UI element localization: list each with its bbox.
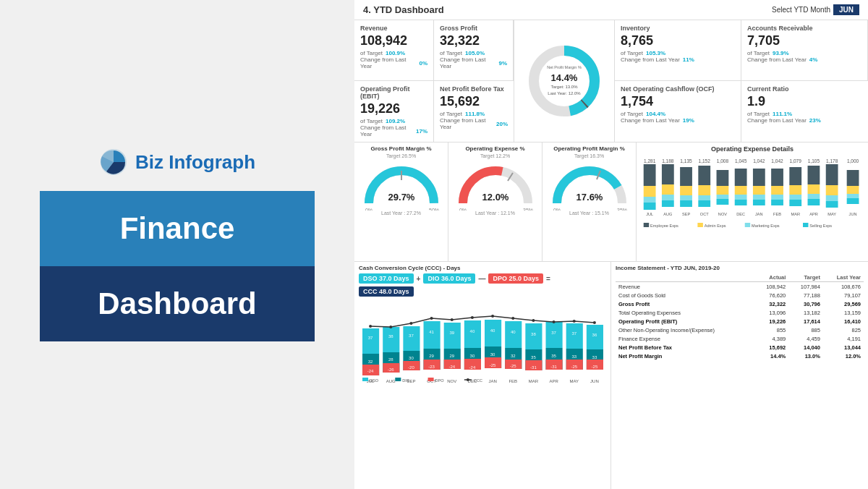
svg-text:AUG: AUG bbox=[386, 379, 396, 383]
svg-rect-65 bbox=[771, 195, 783, 200]
svg-text:Selling Exps: Selling Exps bbox=[809, 224, 832, 228]
svg-rect-82 bbox=[826, 185, 838, 195]
svg-text:33: 33 bbox=[592, 355, 597, 360]
svg-point-194 bbox=[553, 320, 556, 323]
svg-text:29: 29 bbox=[429, 354, 434, 358]
svg-rect-96 bbox=[745, 223, 750, 227]
ytd-selector: Select YTD Month JUN bbox=[772, 4, 859, 15]
svg-text:JAN: JAN bbox=[755, 212, 763, 216]
svg-rect-41 bbox=[698, 195, 710, 200]
finance-box: Finance bbox=[40, 191, 315, 266]
svg-rect-199 bbox=[395, 378, 401, 381]
svg-text:-25: -25 bbox=[592, 365, 598, 369]
svg-text:-23: -23 bbox=[428, 365, 435, 369]
svg-rect-53 bbox=[735, 195, 747, 200]
svg-text:-24: -24 bbox=[367, 369, 374, 373]
svg-rect-27 bbox=[662, 164, 674, 184]
svg-text:-25: -25 bbox=[510, 364, 516, 368]
svg-text:30: 30 bbox=[409, 356, 414, 360]
svg-rect-46 bbox=[717, 186, 729, 195]
svg-rect-33 bbox=[680, 167, 692, 186]
svg-text:-25: -25 bbox=[571, 365, 577, 369]
svg-text:NOV: NOV bbox=[718, 212, 727, 216]
svg-text:-24: -24 bbox=[469, 365, 476, 370]
kpi-net-profit: Net Profit Before Tax 15,692 of Target 1… bbox=[434, 81, 514, 142]
svg-rect-76 bbox=[808, 184, 820, 194]
svg-rect-157 bbox=[525, 323, 542, 349]
svg-rect-45 bbox=[717, 170, 729, 186]
svg-rect-77 bbox=[808, 194, 820, 199]
svg-text:29.7%: 29.7% bbox=[388, 192, 414, 203]
svg-text:OCT: OCT bbox=[700, 212, 709, 216]
svg-rect-115 bbox=[403, 326, 420, 351]
dashboard-box: Dashboard bbox=[40, 266, 315, 341]
svg-rect-47 bbox=[717, 195, 729, 199]
kpi-gross-profit: Gross Profit 32,322 of Target 105.0% Cha… bbox=[434, 20, 514, 81]
dashboard-title: 4. YTD Dashboard bbox=[363, 4, 444, 15]
svg-text:1,188: 1,188 bbox=[662, 158, 674, 163]
svg-text:0%: 0% bbox=[553, 208, 560, 211]
svg-rect-150 bbox=[505, 321, 522, 348]
svg-rect-71 bbox=[789, 195, 801, 200]
svg-text:MAR: MAR bbox=[791, 212, 800, 216]
logo-text: Biz Infograph bbox=[135, 151, 255, 174]
svg-rect-81 bbox=[826, 164, 838, 185]
svg-text:-31: -31 bbox=[530, 365, 537, 370]
svg-text:32: 32 bbox=[511, 354, 516, 358]
svg-text:-26: -26 bbox=[388, 367, 394, 372]
svg-text:35: 35 bbox=[531, 355, 536, 360]
bottom-row: Cash Conversion Cycle (CCC) - Days DSO 3… bbox=[354, 262, 868, 489]
svg-text:DIO: DIO bbox=[402, 378, 410, 383]
svg-rect-108 bbox=[383, 327, 399, 352]
svg-text:37: 37 bbox=[409, 333, 414, 338]
ccc-section: Cash Conversion Cycle (CCC) - Days DSO 3… bbox=[354, 262, 611, 489]
svg-rect-29 bbox=[662, 195, 674, 200]
svg-rect-21 bbox=[644, 164, 656, 186]
svg-rect-178 bbox=[587, 325, 603, 349]
svg-text:32: 32 bbox=[368, 360, 373, 364]
svg-text:50%: 50% bbox=[428, 208, 438, 211]
svg-text:1,281: 1,281 bbox=[644, 158, 656, 163]
svg-text:33: 33 bbox=[571, 354, 576, 359]
svg-rect-40 bbox=[698, 185, 710, 195]
svg-point-192 bbox=[511, 317, 514, 320]
svg-rect-59 bbox=[753, 195, 765, 200]
left-panel: Biz Infograph Finance Dashboard bbox=[0, 0, 354, 489]
svg-text:Last Year: 12.0%: Last Year: 12.0% bbox=[548, 91, 581, 95]
svg-rect-88 bbox=[847, 186, 859, 194]
svg-rect-35 bbox=[680, 195, 692, 200]
svg-text:SEP: SEP bbox=[682, 212, 690, 216]
svg-rect-57 bbox=[753, 169, 765, 186]
svg-text:-20: -20 bbox=[408, 365, 414, 370]
income-statement-section: Income Statement - YTD JUN, 2019-20 Actu… bbox=[611, 262, 868, 489]
svg-text:38: 38 bbox=[531, 332, 536, 336]
svg-text:MAR: MAR bbox=[529, 379, 539, 383]
svg-point-189 bbox=[451, 318, 454, 321]
svg-text:38: 38 bbox=[388, 334, 393, 339]
svg-text:14.4%: 14.4% bbox=[551, 72, 578, 83]
svg-rect-171 bbox=[566, 323, 583, 349]
ccc-bar-chart: 37 32 -24 JUL 38 28 -26 AUG 37 30 -20 bbox=[359, 299, 606, 386]
svg-text:FEB: FEB bbox=[773, 212, 781, 216]
svg-text:29: 29 bbox=[449, 354, 454, 358]
kpi-inventory: Inventory 8,765 of Target 105.3% Change … bbox=[615, 20, 741, 81]
svg-text:JUL: JUL bbox=[646, 212, 654, 216]
svg-text:NOV: NOV bbox=[447, 379, 456, 383]
gauge-opex: Operating Expense % Target 12.2% 12.0% 0… bbox=[448, 143, 542, 261]
gauge-row: Gross Profit Margin % Target 26.5% 29.7%… bbox=[354, 143, 868, 262]
svg-rect-24 bbox=[644, 203, 656, 210]
svg-rect-66 bbox=[771, 200, 783, 205]
logo-area: Biz Infograph bbox=[99, 148, 255, 177]
top-portion: Revenue 108,942 of Target 100.9% Change … bbox=[354, 20, 868, 143]
svg-text:CCC: CCC bbox=[474, 378, 482, 383]
svg-text:JUN: JUN bbox=[590, 379, 599, 383]
svg-text:28: 28 bbox=[388, 357, 393, 362]
svg-rect-98 bbox=[803, 223, 808, 227]
gauge-chart-opex: 12.0% 0% 35% bbox=[456, 160, 535, 211]
kpi-current-ratio: Current Ratio 1.9 of Target 111.1% Chang… bbox=[741, 81, 868, 142]
svg-text:1,042: 1,042 bbox=[771, 158, 783, 163]
donut-chart: Net Profit Margin % 14.4% Target: 13.0% … bbox=[524, 41, 604, 121]
svg-point-204 bbox=[467, 378, 469, 381]
svg-text:Employee Exps: Employee Exps bbox=[650, 224, 678, 228]
svg-text:Admin Exps: Admin Exps bbox=[705, 224, 726, 228]
